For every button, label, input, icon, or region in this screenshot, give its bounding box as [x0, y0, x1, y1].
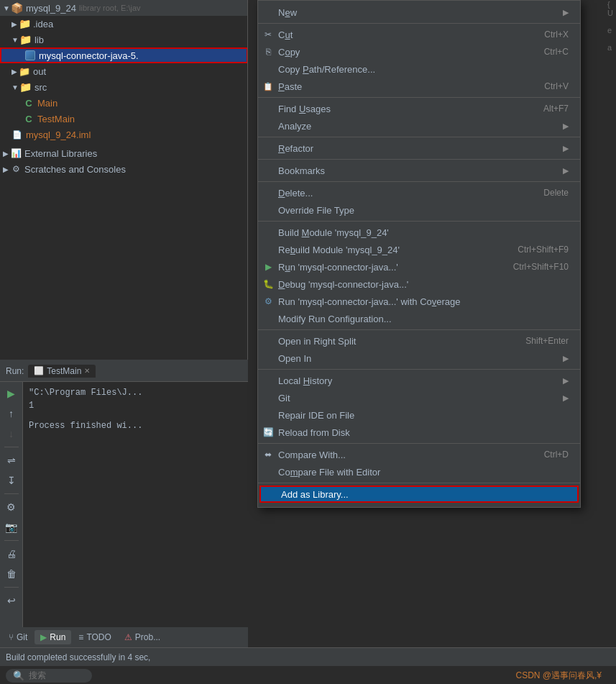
- status-line: Build completed successfully in 4 sec,: [0, 648, 616, 666]
- menu-run[interactable]: ▶ Run 'mysql-connector-java...' Ctrl+Shi…: [258, 258, 580, 275]
- menu-copy-path[interactable]: Copy Path/Reference...: [258, 60, 580, 78]
- debug-icon: 🐛: [262, 278, 274, 290]
- toolbar-sep4: [4, 587, 19, 588]
- tab-name: TestMain: [47, 366, 81, 376]
- menu-compare-editor[interactable]: Compare File with Editor: [258, 463, 580, 480]
- tree-idea[interactable]: ▶ 📁 .idea: [0, 16, 248, 32]
- settings-btn[interactable]: ⚙: [3, 498, 20, 516]
- menu-repair-ide[interactable]: Repair IDE on File: [258, 406, 580, 424]
- menu-analyze[interactable]: Analyze ▶: [258, 117, 580, 134]
- expand-arrow: ▼: [3, 4, 10, 12]
- wrap-btn[interactable]: ⇌: [3, 452, 20, 469]
- run-menu-label: Run 'mysql-connector-java...': [278, 262, 398, 273]
- menu-copy[interactable]: ⎘ Copy Ctrl+C: [258, 43, 580, 60]
- compare-icon: ⬌: [262, 449, 274, 460]
- root-path: library root, E:\jav: [79, 4, 141, 12]
- todo-icon: ≡: [78, 632, 83, 642]
- java-icon-testmain: C: [23, 113, 35, 124]
- problems-label: Prob...: [135, 632, 160, 642]
- tab-close-btn[interactable]: ✕: [84, 367, 90, 375]
- analyze-arrow: ▶: [563, 122, 569, 131]
- run-btn[interactable]: ▶: [3, 385, 20, 402]
- extlibs-label: External Libraries: [24, 148, 97, 159]
- tab-problems[interactable]: ⚠ Prob...: [119, 630, 166, 644]
- debug-label: Debug 'mysql-connector-java...': [278, 279, 408, 290]
- tree-scratches[interactable]: ▶ ⚙ Scratches and Consoles: [0, 161, 248, 177]
- menu-sep1: [258, 23, 580, 24]
- refactor-label: Refactor: [278, 143, 313, 154]
- build-status: Build completed successfully in 4 sec,: [6, 652, 150, 662]
- bookmarks-label: Bookmarks: [278, 165, 325, 176]
- tree-main[interactable]: C Main: [0, 95, 248, 111]
- context-menu: New ▶ ✂ Cut Ctrl+X ⎘ Copy Ctrl+C Copy Pa…: [257, 0, 581, 508]
- search-input[interactable]: [29, 670, 86, 680]
- menu-git[interactable]: Git ▶: [258, 389, 580, 406]
- run-tab-label: Run: [50, 632, 65, 642]
- camera-btn[interactable]: 📷: [3, 519, 20, 536]
- menu-new[interactable]: New ▶: [258, 4, 580, 21]
- paste-icon: 📋: [262, 81, 274, 92]
- cmd-line-1: "C:\Program Files\J...: [29, 388, 242, 398]
- root-label: mysql_9_24: [26, 3, 76, 14]
- menu-bookmarks[interactable]: Bookmarks ▶: [258, 162, 580, 179]
- local-history-label: Local History: [278, 375, 332, 386]
- menu-sep8: [258, 369, 580, 370]
- tree-root[interactable]: ▼ 📦 mysql_9_24 library root, E:\jav: [0, 0, 248, 16]
- tree-iml[interactable]: 📄 mysql_9_24.iml: [0, 127, 248, 142]
- reload-disk-label: Reload from Disk: [278, 427, 350, 438]
- status-bottom: 🔍 CSDN @遇事问春风,¥: [0, 666, 616, 684]
- testmain-label: TestMain: [37, 114, 75, 124]
- tree-lib[interactable]: ▼ 📁 lib: [0, 32, 248, 47]
- import-btn[interactable]: ↧: [3, 472, 20, 489]
- bottom-tabs-bar: ⑂ Git ▶ Run ≡ TODO ⚠ Prob...: [0, 627, 248, 647]
- tree-jar[interactable]: mysql-connector-java-5.: [0, 47, 248, 63]
- menu-sep9: [258, 443, 580, 444]
- menu-compare-with[interactable]: ⬌ Compare With... Ctrl+D: [258, 446, 580, 463]
- run-output: "C:\Program Files\J... 1 Process finishe…: [23, 382, 248, 647]
- todo-label: TODO: [86, 632, 111, 642]
- out-label: out: [33, 66, 46, 77]
- lib-label: lib: [35, 35, 44, 45]
- cut-label: Cut: [278, 29, 293, 40]
- expand-arrow-scratches: ▶: [3, 165, 9, 173]
- menu-reload-disk[interactable]: 🔄 Reload from Disk: [258, 424, 580, 441]
- menu-modify-run[interactable]: Modify Run Configuration...: [258, 310, 580, 327]
- menu-run-coverage[interactable]: ⚙ Run 'mysql-connector-java...' with Cov…: [258, 293, 580, 310]
- open-in-label: Open In: [278, 353, 311, 364]
- menu-delete[interactable]: Delete... Delete: [258, 184, 580, 201]
- menu-debug[interactable]: 🐛 Debug 'mysql-connector-java...': [258, 275, 580, 293]
- menu-local-history[interactable]: Local History ▶: [258, 372, 580, 389]
- tree-out[interactable]: ▶ 📁 out: [0, 63, 248, 79]
- restore-btn[interactable]: ↩: [3, 592, 20, 609]
- menu-build-module[interactable]: Build Module 'mysql_9_24': [258, 224, 580, 241]
- run-icon: ▶: [40, 632, 47, 642]
- tree-src[interactable]: ▼ 📁 src: [0, 79, 248, 95]
- tab-todo[interactable]: ≡ TODO: [73, 630, 116, 644]
- menu-paste[interactable]: 📋 Paste Ctrl+V: [258, 78, 580, 95]
- menu-find-usages[interactable]: Find Usages Alt+F7: [258, 100, 580, 117]
- tab-run[interactable]: ▶ Run: [35, 630, 71, 644]
- menu-open-right-split[interactable]: Open in Right Split Shift+Enter: [258, 332, 580, 350]
- delete-label: Delete...: [278, 188, 313, 199]
- expand-arrow-idea: ▶: [12, 20, 17, 28]
- search-box[interactable]: 🔍: [6, 669, 92, 683]
- tree-testmain[interactable]: C TestMain: [0, 111, 248, 127]
- scratches-label: Scratches and Consoles: [24, 164, 126, 175]
- new-label: New: [278, 7, 297, 18]
- menu-refactor[interactable]: Refactor ▶: [258, 140, 580, 157]
- print-btn[interactable]: 🖨: [3, 545, 20, 562]
- paste-shortcut: Ctrl+V: [544, 81, 569, 91]
- menu-override-type[interactable]: Override File Type: [258, 201, 580, 219]
- tree-extlibs[interactable]: ▶ 📊 External Libraries: [0, 145, 248, 161]
- menu-cut[interactable]: ✂ Cut Ctrl+X: [258, 26, 580, 43]
- run-menu-icon: ▶: [262, 261, 274, 273]
- tab-git[interactable]: ⑂ Git: [3, 630, 33, 644]
- run-tab[interactable]: ⬜ TestMain ✕: [28, 365, 96, 378]
- delete-btn[interactable]: 🗑: [3, 565, 20, 583]
- coverage-label: Run 'mysql-connector-java...' with Cover…: [278, 296, 461, 307]
- scroll-up-btn[interactable]: ↑: [3, 405, 20, 422]
- menu-rebuild-module[interactable]: Rebuild Module 'mysql_9_24' Ctrl+Shift+F…: [258, 241, 580, 258]
- menu-open-in[interactable]: Open In ▶: [258, 350, 580, 367]
- scroll-down-btn[interactable]: ↓: [3, 425, 20, 442]
- menu-add-library[interactable]: Add as Library...: [259, 485, 579, 503]
